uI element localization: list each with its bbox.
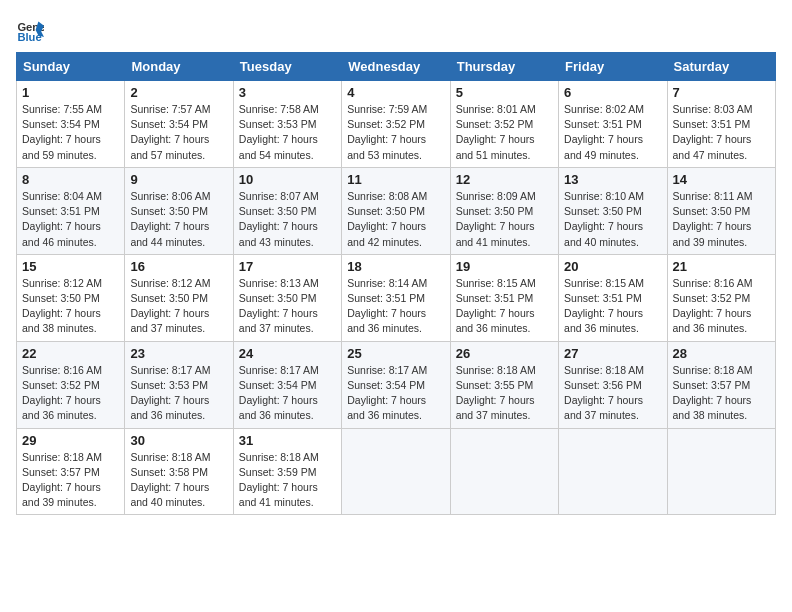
table-cell: 4Sunrise: 7:59 AM Sunset: 3:52 PM Daylig… — [342, 81, 450, 168]
table-cell: 26Sunrise: 8:18 AM Sunset: 3:55 PM Dayli… — [450, 341, 558, 428]
calendar-week-row: 29Sunrise: 8:18 AM Sunset: 3:57 PM Dayli… — [17, 428, 776, 515]
day-info: Sunrise: 8:18 AM Sunset: 3:55 PM Dayligh… — [456, 363, 553, 424]
table-cell: 7Sunrise: 8:03 AM Sunset: 3:51 PM Daylig… — [667, 81, 775, 168]
day-number: 19 — [456, 259, 553, 274]
day-info: Sunrise: 8:14 AM Sunset: 3:51 PM Dayligh… — [347, 276, 444, 337]
table-cell: 20Sunrise: 8:15 AM Sunset: 3:51 PM Dayli… — [559, 254, 667, 341]
day-info: Sunrise: 8:15 AM Sunset: 3:51 PM Dayligh… — [456, 276, 553, 337]
day-info: Sunrise: 8:18 AM Sunset: 3:57 PM Dayligh… — [22, 450, 119, 511]
day-number: 29 — [22, 433, 119, 448]
day-number: 28 — [673, 346, 770, 361]
day-number: 21 — [673, 259, 770, 274]
calendar-table: Sunday Monday Tuesday Wednesday Thursday… — [16, 52, 776, 515]
day-info: Sunrise: 8:09 AM Sunset: 3:50 PM Dayligh… — [456, 189, 553, 250]
calendar-week-row: 15Sunrise: 8:12 AM Sunset: 3:50 PM Dayli… — [17, 254, 776, 341]
table-cell: 10Sunrise: 8:07 AM Sunset: 3:50 PM Dayli… — [233, 167, 341, 254]
day-info: Sunrise: 8:17 AM Sunset: 3:53 PM Dayligh… — [130, 363, 227, 424]
day-number: 26 — [456, 346, 553, 361]
table-cell: 5Sunrise: 8:01 AM Sunset: 3:52 PM Daylig… — [450, 81, 558, 168]
table-cell: 24Sunrise: 8:17 AM Sunset: 3:54 PM Dayli… — [233, 341, 341, 428]
table-cell: 6Sunrise: 8:02 AM Sunset: 3:51 PM Daylig… — [559, 81, 667, 168]
table-cell: 14Sunrise: 8:11 AM Sunset: 3:50 PM Dayli… — [667, 167, 775, 254]
day-info: Sunrise: 8:13 AM Sunset: 3:50 PM Dayligh… — [239, 276, 336, 337]
table-cell: 27Sunrise: 8:18 AM Sunset: 3:56 PM Dayli… — [559, 341, 667, 428]
day-number: 4 — [347, 85, 444, 100]
day-info: Sunrise: 8:01 AM Sunset: 3:52 PM Dayligh… — [456, 102, 553, 163]
col-friday: Friday — [559, 53, 667, 81]
day-number: 9 — [130, 172, 227, 187]
header: General Blue — [16, 16, 776, 44]
day-number: 7 — [673, 85, 770, 100]
table-cell — [450, 428, 558, 515]
table-cell: 9Sunrise: 8:06 AM Sunset: 3:50 PM Daylig… — [125, 167, 233, 254]
table-cell: 8Sunrise: 8:04 AM Sunset: 3:51 PM Daylig… — [17, 167, 125, 254]
day-info: Sunrise: 8:18 AM Sunset: 3:57 PM Dayligh… — [673, 363, 770, 424]
day-info: Sunrise: 8:11 AM Sunset: 3:50 PM Dayligh… — [673, 189, 770, 250]
day-number: 30 — [130, 433, 227, 448]
day-number: 15 — [22, 259, 119, 274]
day-number: 8 — [22, 172, 119, 187]
table-cell: 23Sunrise: 8:17 AM Sunset: 3:53 PM Dayli… — [125, 341, 233, 428]
table-cell: 17Sunrise: 8:13 AM Sunset: 3:50 PM Dayli… — [233, 254, 341, 341]
col-wednesday: Wednesday — [342, 53, 450, 81]
day-number: 12 — [456, 172, 553, 187]
day-info: Sunrise: 7:55 AM Sunset: 3:54 PM Dayligh… — [22, 102, 119, 163]
calendar-week-row: 1Sunrise: 7:55 AM Sunset: 3:54 PM Daylig… — [17, 81, 776, 168]
table-cell — [559, 428, 667, 515]
calendar-week-row: 22Sunrise: 8:16 AM Sunset: 3:52 PM Dayli… — [17, 341, 776, 428]
day-number: 16 — [130, 259, 227, 274]
table-cell: 13Sunrise: 8:10 AM Sunset: 3:50 PM Dayli… — [559, 167, 667, 254]
table-cell: 12Sunrise: 8:09 AM Sunset: 3:50 PM Dayli… — [450, 167, 558, 254]
col-thursday: Thursday — [450, 53, 558, 81]
table-cell: 19Sunrise: 8:15 AM Sunset: 3:51 PM Dayli… — [450, 254, 558, 341]
day-info: Sunrise: 8:18 AM Sunset: 3:56 PM Dayligh… — [564, 363, 661, 424]
day-number: 13 — [564, 172, 661, 187]
table-cell: 30Sunrise: 8:18 AM Sunset: 3:58 PM Dayli… — [125, 428, 233, 515]
logo-icon: General Blue — [16, 16, 44, 44]
day-number: 18 — [347, 259, 444, 274]
col-sunday: Sunday — [17, 53, 125, 81]
day-info: Sunrise: 7:57 AM Sunset: 3:54 PM Dayligh… — [130, 102, 227, 163]
day-number: 5 — [456, 85, 553, 100]
day-info: Sunrise: 8:18 AM Sunset: 3:58 PM Dayligh… — [130, 450, 227, 511]
day-number: 11 — [347, 172, 444, 187]
day-number: 14 — [673, 172, 770, 187]
day-info: Sunrise: 7:59 AM Sunset: 3:52 PM Dayligh… — [347, 102, 444, 163]
day-number: 25 — [347, 346, 444, 361]
table-cell: 22Sunrise: 8:16 AM Sunset: 3:52 PM Dayli… — [17, 341, 125, 428]
day-info: Sunrise: 8:07 AM Sunset: 3:50 PM Dayligh… — [239, 189, 336, 250]
day-info: Sunrise: 8:02 AM Sunset: 3:51 PM Dayligh… — [564, 102, 661, 163]
day-number: 31 — [239, 433, 336, 448]
table-cell: 25Sunrise: 8:17 AM Sunset: 3:54 PM Dayli… — [342, 341, 450, 428]
day-number: 24 — [239, 346, 336, 361]
page-wrapper: General Blue Sunday Monday Tuesday Wedne… — [16, 16, 776, 515]
calendar-week-row: 8Sunrise: 8:04 AM Sunset: 3:51 PM Daylig… — [17, 167, 776, 254]
day-info: Sunrise: 8:12 AM Sunset: 3:50 PM Dayligh… — [22, 276, 119, 337]
day-number: 17 — [239, 259, 336, 274]
table-cell: 15Sunrise: 8:12 AM Sunset: 3:50 PM Dayli… — [17, 254, 125, 341]
day-number: 1 — [22, 85, 119, 100]
day-info: Sunrise: 8:17 AM Sunset: 3:54 PM Dayligh… — [347, 363, 444, 424]
day-info: Sunrise: 8:16 AM Sunset: 3:52 PM Dayligh… — [673, 276, 770, 337]
col-saturday: Saturday — [667, 53, 775, 81]
table-cell: 16Sunrise: 8:12 AM Sunset: 3:50 PM Dayli… — [125, 254, 233, 341]
table-cell — [342, 428, 450, 515]
table-cell: 31Sunrise: 8:18 AM Sunset: 3:59 PM Dayli… — [233, 428, 341, 515]
day-number: 23 — [130, 346, 227, 361]
day-number: 2 — [130, 85, 227, 100]
day-info: Sunrise: 8:08 AM Sunset: 3:50 PM Dayligh… — [347, 189, 444, 250]
table-cell: 2Sunrise: 7:57 AM Sunset: 3:54 PM Daylig… — [125, 81, 233, 168]
day-number: 22 — [22, 346, 119, 361]
day-info: Sunrise: 8:16 AM Sunset: 3:52 PM Dayligh… — [22, 363, 119, 424]
table-cell: 3Sunrise: 7:58 AM Sunset: 3:53 PM Daylig… — [233, 81, 341, 168]
table-cell: 21Sunrise: 8:16 AM Sunset: 3:52 PM Dayli… — [667, 254, 775, 341]
day-info: Sunrise: 8:06 AM Sunset: 3:50 PM Dayligh… — [130, 189, 227, 250]
day-info: Sunrise: 7:58 AM Sunset: 3:53 PM Dayligh… — [239, 102, 336, 163]
table-cell: 28Sunrise: 8:18 AM Sunset: 3:57 PM Dayli… — [667, 341, 775, 428]
day-number: 20 — [564, 259, 661, 274]
table-cell: 29Sunrise: 8:18 AM Sunset: 3:57 PM Dayli… — [17, 428, 125, 515]
day-info: Sunrise: 8:18 AM Sunset: 3:59 PM Dayligh… — [239, 450, 336, 511]
day-info: Sunrise: 8:10 AM Sunset: 3:50 PM Dayligh… — [564, 189, 661, 250]
table-cell: 18Sunrise: 8:14 AM Sunset: 3:51 PM Dayli… — [342, 254, 450, 341]
col-monday: Monday — [125, 53, 233, 81]
